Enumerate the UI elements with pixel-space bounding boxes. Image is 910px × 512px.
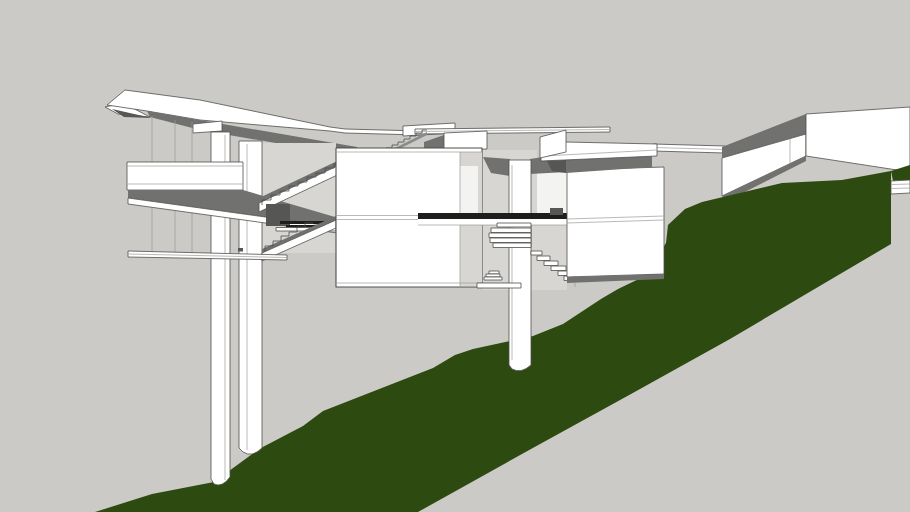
spiral-bottom-step: [484, 277, 502, 280]
spiral-landing-slab: [477, 283, 521, 288]
spiral-step: [489, 233, 531, 238]
far-right-terrace-slab: [891, 180, 910, 194]
spiral-step: [490, 238, 531, 243]
spiral-step: [531, 251, 542, 255]
model-canvas[interactable]: [0, 0, 910, 512]
spiral-step: [544, 261, 558, 266]
spiral-step: [497, 223, 531, 227]
spiral-bottom-step: [489, 271, 499, 274]
model-viewport[interactable]: [0, 0, 910, 512]
right-box-face: [567, 167, 664, 277]
spiral-step: [491, 228, 531, 233]
floor-slab-soffit: [418, 219, 574, 225]
doorway-shadow: [550, 208, 563, 215]
roof-pier: [444, 131, 487, 150]
spiral-step: [493, 243, 531, 248]
slab-joint-mark: [238, 248, 243, 252]
spiral-step: [537, 256, 550, 261]
spiral-bottom-step: [486, 274, 500, 277]
spiral-step: [551, 266, 566, 271]
recess-wall-patch: [460, 166, 478, 213]
